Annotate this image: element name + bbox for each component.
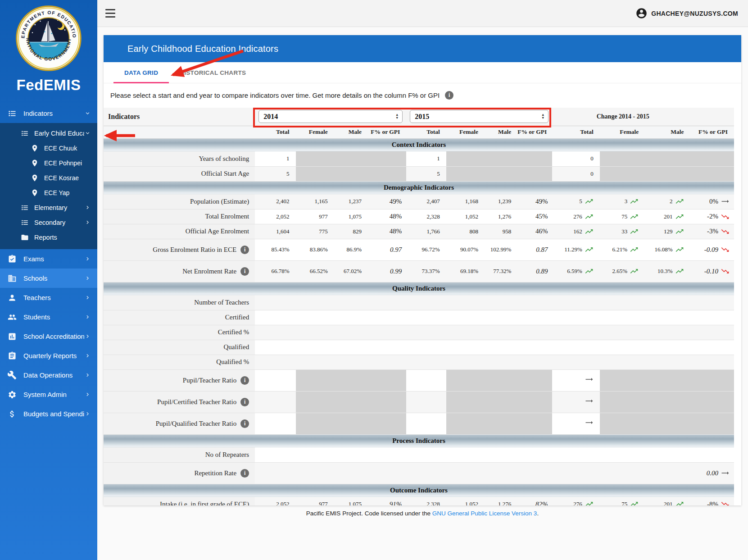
tab-data-grid[interactable]: DATA GRID bbox=[113, 62, 169, 83]
table-cell: 0.97 bbox=[368, 239, 406, 260]
table-cell: 1,604 bbox=[255, 224, 295, 239]
section-header: Quality Indicators bbox=[104, 282, 734, 295]
table-row: Repetition Ratei0.00 bbox=[104, 462, 734, 484]
info-icon[interactable]: i bbox=[240, 398, 249, 406]
sidebar-item-schools[interactable]: Schools bbox=[0, 269, 97, 288]
table-cell bbox=[296, 340, 334, 355]
info-icon[interactable]: i bbox=[240, 376, 249, 385]
sidebar-item-label: Students bbox=[23, 313, 84, 321]
change-period-label: Change 2014 - 2015 bbox=[552, 108, 734, 126]
table-cell bbox=[485, 447, 517, 462]
table-cell bbox=[517, 391, 552, 413]
account-circle-icon bbox=[635, 7, 648, 19]
tab-historical-charts[interactable]: HISTORICAL CHARTS bbox=[169, 62, 257, 83]
table-cell: 2,402 bbox=[255, 194, 295, 209]
table-cell bbox=[406, 310, 446, 325]
table-cell bbox=[600, 391, 645, 413]
year-start-select[interactable]: 2014▲▼ bbox=[258, 110, 403, 123]
table-cell: 85.43% bbox=[255, 239, 295, 260]
table-cell bbox=[334, 151, 368, 166]
table-cell: 69.18% bbox=[446, 260, 485, 282]
table-cell bbox=[368, 355, 406, 369]
table-cell: 33 bbox=[600, 224, 645, 239]
info-icon[interactable]: i bbox=[240, 267, 249, 276]
tab-bar: DATA GRID HISTORICAL CHARTS bbox=[104, 62, 741, 83]
table-cell: 0.87 bbox=[517, 239, 552, 260]
sidebar-item-ece-pohnpei[interactable]: ECE Pohnpei bbox=[0, 155, 97, 170]
main-area: GHACHEY@NUZUSYS.COM Early Childhood Educ… bbox=[97, 0, 748, 560]
trend-flat-icon bbox=[585, 396, 594, 405]
sidebar-item-school-accreditations[interactable]: School Accreditations bbox=[0, 327, 97, 346]
row-label: Population (Estimate) bbox=[104, 194, 255, 209]
table-cell bbox=[368, 151, 406, 166]
sidebar-item-ece-chuuk[interactable]: ECE Chuuk bbox=[0, 141, 97, 155]
table-cell bbox=[255, 413, 295, 434]
table-cell: 1,276 bbox=[485, 209, 517, 224]
row-label-text: Net Enrolment Rate bbox=[182, 268, 236, 275]
sidebar-item-label: Secondary bbox=[34, 219, 84, 226]
trend-up-icon bbox=[675, 197, 684, 206]
table-cell: 162 bbox=[552, 224, 599, 239]
info-icon[interactable]: i bbox=[240, 246, 249, 254]
table-cell bbox=[517, 447, 552, 462]
sidebar-item-students[interactable]: Students bbox=[0, 307, 97, 327]
sidebar-item-label: Teachers bbox=[23, 294, 84, 301]
table-cell bbox=[517, 369, 552, 391]
table-cell: 2.65% bbox=[600, 260, 645, 282]
table-cell bbox=[296, 447, 334, 462]
year-end-select[interactable]: 2015▲▼ bbox=[410, 110, 549, 123]
sidebar-item-data-operations[interactable]: Data Operations bbox=[0, 365, 97, 385]
sidebar-item-label: Quarterly Reports bbox=[23, 352, 84, 360]
info-icon[interactable]: i bbox=[240, 419, 249, 428]
table-cell bbox=[446, 151, 485, 166]
pin-icon bbox=[31, 189, 39, 197]
info-icon[interactable]: i bbox=[445, 91, 453, 100]
table-cell: -2% bbox=[690, 209, 734, 224]
sidebar-item-elementary[interactable]: Elementary bbox=[0, 200, 97, 215]
sidebar-item-secondary[interactable]: Secondary bbox=[0, 215, 97, 230]
sidebar-item-system-admin[interactable]: System Admin bbox=[0, 385, 97, 404]
table-cell bbox=[690, 151, 734, 166]
sidebar-item-exams[interactable]: Exams bbox=[0, 249, 97, 269]
sidebar-item-teachers[interactable]: Teachers bbox=[0, 288, 97, 307]
table-cell bbox=[406, 447, 446, 462]
table-cell: 48% bbox=[368, 209, 406, 224]
column-header-total: Total bbox=[406, 126, 446, 138]
table-cell bbox=[368, 369, 406, 391]
sidebar-item-early-child-education[interactable]: Early Child Education bbox=[0, 126, 97, 141]
table-row: Population (Estimate)2,4021,1651,23749%2… bbox=[104, 194, 734, 209]
user-menu[interactable]: GHACHEY@NUZUSYS.COM bbox=[635, 7, 738, 19]
info-icon[interactable]: i bbox=[240, 469, 249, 478]
table-cell bbox=[296, 462, 334, 484]
sidebar-item-reports[interactable]: Reports bbox=[0, 230, 97, 245]
trend-up-icon bbox=[585, 197, 594, 206]
chevron-down-icon bbox=[84, 130, 91, 137]
table-cell bbox=[645, 447, 690, 462]
table-cell: 66.78% bbox=[255, 260, 295, 282]
column-header-female: Female bbox=[296, 126, 334, 138]
table-cell: 2,328 bbox=[406, 209, 446, 224]
sidebar-item-indicators[interactable]: Indicators bbox=[0, 104, 97, 123]
chevron-right-icon bbox=[84, 333, 91, 340]
row-label: Qualified bbox=[104, 340, 255, 355]
section-title: Process Indicators bbox=[104, 434, 734, 447]
table-cell bbox=[645, 340, 690, 355]
table-cell bbox=[368, 340, 406, 355]
row-label: Pupil/Teacher Ratioi bbox=[104, 369, 255, 391]
row-label-text: Years of schooling bbox=[199, 155, 249, 163]
menu-icon[interactable] bbox=[105, 9, 115, 18]
indicators-card: Early Childhood Education Indicators DAT… bbox=[104, 35, 741, 505]
sidebar-item-ece-kosrae[interactable]: ECE Kosrae bbox=[0, 170, 97, 185]
row-label-text: Pupil/Teacher Ratio bbox=[183, 377, 236, 384]
sidebar-item-quarterly-reports[interactable]: Quarterly Reports bbox=[0, 346, 97, 365]
sidebar-item-label: ECE Yap bbox=[44, 189, 91, 196]
sidebar-item-label: ECE Kosrae bbox=[44, 174, 91, 182]
table-cell bbox=[690, 413, 734, 434]
table-cell bbox=[645, 310, 690, 325]
table-cell: 1,075 bbox=[334, 497, 368, 505]
license-link[interactable]: GNU General Public License Version 3 bbox=[432, 510, 537, 517]
sidebar-item-budgets-and-spending[interactable]: Budgets and Spending bbox=[0, 404, 97, 423]
table-cell: 91% bbox=[368, 497, 406, 505]
row-label-text: Qualified bbox=[224, 343, 249, 351]
sidebar-item-ece-yap[interactable]: ECE Yap bbox=[0, 185, 97, 200]
